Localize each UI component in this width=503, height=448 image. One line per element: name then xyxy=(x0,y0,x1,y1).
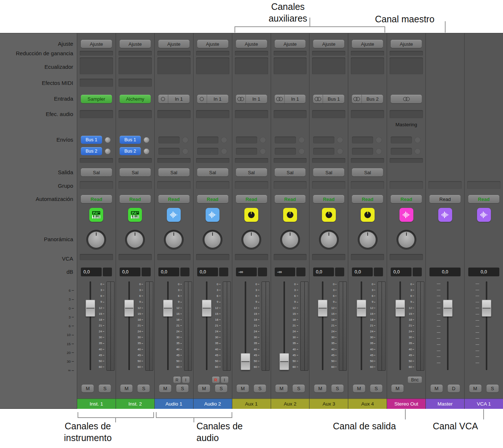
vca-slot[interactable] xyxy=(351,254,384,260)
pan-knob[interactable] xyxy=(241,230,261,250)
input-monitor-button[interactable]: I xyxy=(221,377,228,383)
channel-name[interactable]: VCA 1 xyxy=(465,399,503,409)
db-value[interactable]: -∞ xyxy=(275,268,296,276)
audio-fx-slot[interactable] xyxy=(157,110,191,118)
vca-slot[interactable] xyxy=(80,254,113,260)
adjust-button[interactable]: Ajuste xyxy=(391,40,422,48)
adjust-button[interactable]: Ajuste xyxy=(352,40,383,48)
solo-button[interactable]: S xyxy=(254,385,266,392)
automation-mode-button[interactable]: Read xyxy=(275,195,306,203)
solo-button[interactable]: S xyxy=(99,385,111,392)
eq-slot[interactable] xyxy=(274,57,307,74)
automation-mode-button[interactable]: Read xyxy=(313,195,344,203)
eq-slot[interactable] xyxy=(235,57,268,74)
send-slot[interactable] xyxy=(312,158,345,163)
eq-slot[interactable] xyxy=(119,57,152,74)
adjust-button[interactable]: Ajuste xyxy=(236,40,267,48)
send-slot[interactable] xyxy=(391,148,412,155)
pan-knob[interactable] xyxy=(319,230,339,250)
input-button[interactable]: In 1 xyxy=(236,95,267,103)
send-slot[interactable] xyxy=(351,158,384,163)
send-bus-button[interactable]: Bus 2 xyxy=(81,147,102,155)
send-level-knob[interactable] xyxy=(143,148,150,154)
record-enable-button[interactable]: R xyxy=(212,377,219,383)
group-slot[interactable] xyxy=(274,181,307,189)
output-button[interactable]: Sal xyxy=(313,168,344,176)
send-bus-button[interactable]: Bus 1 xyxy=(120,136,141,144)
db-value[interactable]: 0,0 xyxy=(81,268,102,276)
send-slot[interactable] xyxy=(352,137,373,143)
input-button[interactable]: In 1 xyxy=(197,95,228,103)
send-slot[interactable] xyxy=(196,158,229,163)
vca-slot[interactable] xyxy=(274,254,307,260)
group-slot[interactable] xyxy=(235,181,268,189)
send-slot[interactable] xyxy=(275,148,296,155)
audio-fx-slot[interactable] xyxy=(351,110,384,118)
output-button[interactable]: Sal xyxy=(81,168,112,176)
adjust-button[interactable]: Ajuste xyxy=(313,40,344,48)
solo-button[interactable]: S xyxy=(138,385,150,392)
fader-track[interactable] xyxy=(85,281,95,370)
send-slot[interactable] xyxy=(158,148,180,155)
fader-thumb[interactable] xyxy=(124,300,134,317)
output-button[interactable]: Sal xyxy=(158,168,189,176)
fader-thumb[interactable] xyxy=(279,353,289,370)
send-slot[interactable] xyxy=(274,158,307,163)
fader-thumb[interactable] xyxy=(86,300,95,317)
group-slot[interactable] xyxy=(467,181,500,189)
mute-button[interactable]: M xyxy=(198,385,210,392)
automation-mode-button[interactable]: Read xyxy=(197,195,228,203)
fader-thumb[interactable] xyxy=(443,300,453,317)
automation-mode-button[interactable]: Read xyxy=(429,195,461,203)
solo-button[interactable]: S xyxy=(370,385,382,392)
send-slot[interactable] xyxy=(235,158,268,163)
pan-knob[interactable] xyxy=(358,230,378,250)
vca-slot[interactable] xyxy=(235,254,268,260)
group-slot[interactable] xyxy=(119,181,152,189)
midi-fx-slot[interactable] xyxy=(119,79,152,87)
send-bus-button[interactable]: Bus 2 xyxy=(120,147,141,155)
db-value[interactable]: -∞ xyxy=(236,268,257,276)
automation-mode-button[interactable]: Read xyxy=(120,195,151,203)
audio-fx-slot[interactable] xyxy=(390,110,423,118)
automation-mode-button[interactable]: Read xyxy=(352,195,383,203)
adjust-button[interactable]: Ajuste xyxy=(275,40,306,48)
audio-fx-slot[interactable] xyxy=(274,110,307,118)
audio-fx-slot[interactable] xyxy=(80,110,113,118)
adjust-button[interactable]: Ajuste xyxy=(120,40,151,48)
channel-name[interactable]: Audio 1 xyxy=(155,399,193,409)
vca-slot[interactable] xyxy=(196,254,229,260)
input-button[interactable]: Alchemy xyxy=(120,95,151,103)
fader-track[interactable] xyxy=(163,281,173,370)
output-button[interactable]: Sal xyxy=(352,168,383,176)
output-button[interactable]: Sal xyxy=(275,168,306,176)
vca-slot[interactable] xyxy=(312,254,345,260)
fader-thumb[interactable] xyxy=(357,300,366,317)
mute-button[interactable]: M xyxy=(120,385,132,392)
fader-thumb[interactable] xyxy=(395,300,405,317)
pan-knob[interactable] xyxy=(164,230,184,250)
pan-knob[interactable] xyxy=(397,230,416,250)
mute-button[interactable]: M xyxy=(314,385,326,392)
db-value[interactable]: 0,0 xyxy=(197,268,218,276)
fader-track[interactable] xyxy=(318,281,328,370)
input-button[interactable]: In 1 xyxy=(275,95,306,103)
send-slot[interactable] xyxy=(197,148,218,155)
mute-button[interactable]: M xyxy=(353,385,365,392)
send-level-knob[interactable] xyxy=(143,137,150,143)
fader-thumb[interactable] xyxy=(318,300,327,317)
adjust-button[interactable]: Ajuste xyxy=(197,40,228,48)
channel-name[interactable]: Inst. 2 xyxy=(116,399,154,409)
output-button[interactable]: Sal xyxy=(120,168,151,176)
eq-slot[interactable] xyxy=(157,57,191,74)
send-slot[interactable] xyxy=(236,148,257,155)
input-monitor-button[interactable]: I xyxy=(182,377,189,383)
db-value[interactable]: 0,0 xyxy=(313,268,334,276)
eq-slot[interactable] xyxy=(351,57,384,74)
send-slot[interactable] xyxy=(390,158,423,163)
group-slot[interactable] xyxy=(157,181,191,189)
bounce-button[interactable]: Bnc xyxy=(408,377,422,383)
db-value[interactable]: 0,0 xyxy=(352,268,373,276)
mute-button[interactable]: M xyxy=(159,385,171,392)
eq-slot[interactable] xyxy=(80,57,113,74)
